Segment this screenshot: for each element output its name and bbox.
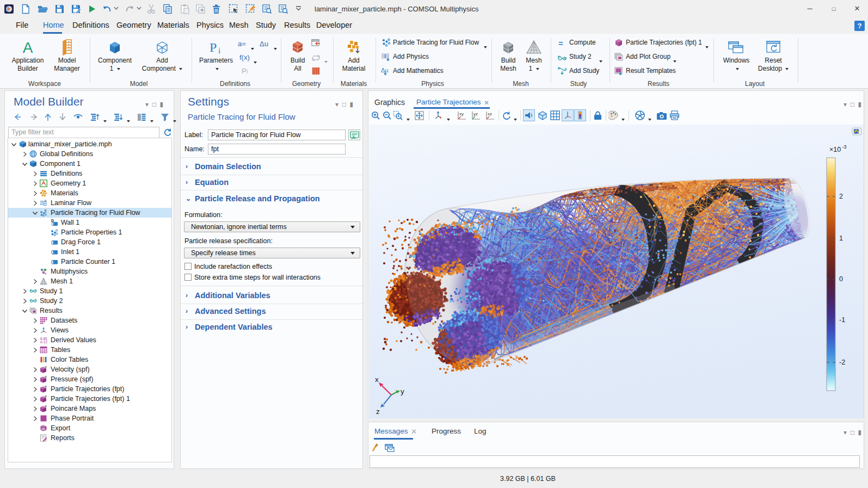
svg-text:yz: yz [473,112,478,116]
svg-text:xy: xy [459,112,464,116]
svg-text:e-12: e-12 [40,340,47,344]
svg-text:z: z [376,407,380,416]
svg-text:i: i [218,46,220,55]
svg-text:-2: -2 [839,359,845,366]
svg-text:×10: ×10 [829,146,841,153]
svg-text:xz: xz [488,112,492,116]
svg-text:x: x [375,375,379,384]
svg-text:1: 1 [839,234,843,242]
svg-text:2: 2 [839,193,843,200]
svg-text:-1: -1 [839,316,845,324]
svg-text:y: y [401,387,404,396]
svg-text:-3: -3 [842,144,846,150]
svg-text:P: P [210,40,217,54]
svg-text:A: A [23,39,33,55]
svg-text:Δu: Δu [381,67,388,73]
svg-text:0: 0 [839,275,843,283]
